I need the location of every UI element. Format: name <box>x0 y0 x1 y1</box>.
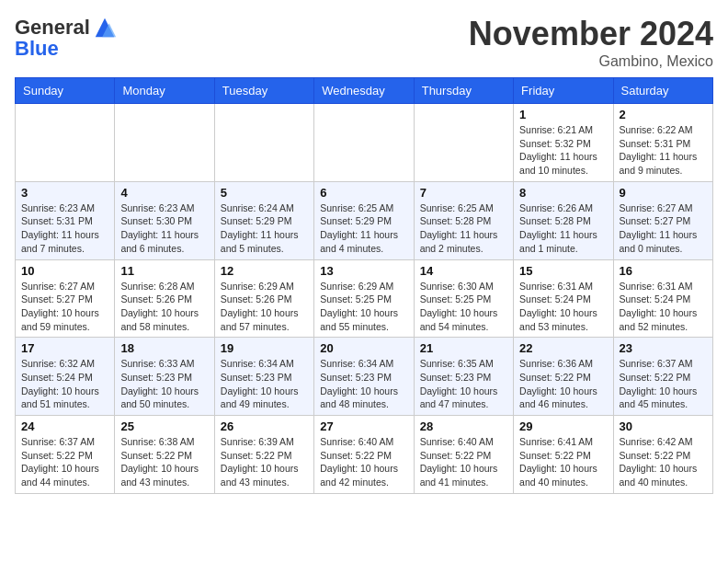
calendar-cell: 17Sunrise: 6:32 AM Sunset: 5:24 PM Dayli… <box>16 338 115 416</box>
calendar-cell: 9Sunrise: 6:27 AM Sunset: 5:27 PM Daylig… <box>613 181 712 259</box>
calendar: SundayMondayTuesdayWednesdayThursdayFrid… <box>15 77 713 494</box>
calendar-cell: 1Sunrise: 6:21 AM Sunset: 5:32 PM Daylig… <box>514 104 613 182</box>
weekday-header: Saturday <box>613 78 712 104</box>
day-number: 24 <box>21 419 108 433</box>
weekday-header: Thursday <box>414 78 513 104</box>
calendar-cell <box>16 104 115 182</box>
logo-icon <box>92 15 118 40</box>
day-info: Sunrise: 6:28 AM Sunset: 5:26 PM Dayligh… <box>120 280 208 334</box>
calendar-cell: 15Sunrise: 6:31 AM Sunset: 5:24 PM Dayli… <box>514 259 613 338</box>
day-info: Sunrise: 6:41 AM Sunset: 5:22 PM Dayligh… <box>519 435 607 489</box>
day-info: Sunrise: 6:36 AM Sunset: 5:22 PM Dayligh… <box>519 357 607 411</box>
calendar-cell: 21Sunrise: 6:35 AM Sunset: 5:23 PM Dayli… <box>414 338 513 416</box>
day-info: Sunrise: 6:27 AM Sunset: 5:27 PM Dayligh… <box>21 280 108 334</box>
day-info: Sunrise: 6:31 AM Sunset: 5:24 PM Dayligh… <box>519 280 607 334</box>
day-number: 16 <box>620 264 707 278</box>
day-number: 15 <box>519 264 607 278</box>
calendar-cell: 22Sunrise: 6:36 AM Sunset: 5:22 PM Dayli… <box>514 338 613 416</box>
day-info: Sunrise: 6:22 AM Sunset: 5:31 PM Dayligh… <box>620 123 707 178</box>
calendar-cell <box>314 104 414 182</box>
calendar-cell: 7Sunrise: 6:25 AM Sunset: 5:28 PM Daylig… <box>414 181 513 259</box>
day-number: 3 <box>21 186 108 200</box>
day-info: Sunrise: 6:24 AM Sunset: 5:29 PM Dayligh… <box>221 201 308 256</box>
day-number: 9 <box>620 186 707 200</box>
day-number: 23 <box>620 341 707 355</box>
day-number: 6 <box>320 186 407 200</box>
day-info: Sunrise: 6:29 AM Sunset: 5:25 PM Dayligh… <box>320 280 407 334</box>
calendar-cell: 8Sunrise: 6:26 AM Sunset: 5:28 PM Daylig… <box>514 181 613 259</box>
day-number: 30 <box>620 419 707 433</box>
calendar-cell: 29Sunrise: 6:41 AM Sunset: 5:22 PM Dayli… <box>514 416 613 494</box>
calendar-cell: 4Sunrise: 6:23 AM Sunset: 5:30 PM Daylig… <box>115 181 214 259</box>
day-info: Sunrise: 6:34 AM Sunset: 5:23 PM Dayligh… <box>320 357 407 411</box>
calendar-cell: 23Sunrise: 6:37 AM Sunset: 5:22 PM Dayli… <box>613 338 712 416</box>
day-number: 12 <box>221 264 308 278</box>
day-number: 25 <box>120 419 208 433</box>
month-title: November 2024 <box>469 15 713 53</box>
weekday-header: Tuesday <box>214 78 313 104</box>
day-number: 18 <box>120 341 208 355</box>
calendar-cell: 18Sunrise: 6:33 AM Sunset: 5:23 PM Dayli… <box>115 338 214 416</box>
day-number: 20 <box>320 341 407 355</box>
calendar-cell: 27Sunrise: 6:40 AM Sunset: 5:22 PM Dayli… <box>314 416 414 494</box>
day-number: 21 <box>420 341 507 355</box>
calendar-cell: 28Sunrise: 6:40 AM Sunset: 5:22 PM Dayli… <box>414 416 513 494</box>
day-info: Sunrise: 6:37 AM Sunset: 5:22 PM Dayligh… <box>21 435 108 489</box>
day-info: Sunrise: 6:35 AM Sunset: 5:23 PM Dayligh… <box>420 357 507 411</box>
calendar-cell: 2Sunrise: 6:22 AM Sunset: 5:31 PM Daylig… <box>613 104 712 182</box>
calendar-cell: 10Sunrise: 6:27 AM Sunset: 5:27 PM Dayli… <box>16 259 115 338</box>
calendar-cell: 19Sunrise: 6:34 AM Sunset: 5:23 PM Dayli… <box>214 338 313 416</box>
day-number: 8 <box>519 186 607 200</box>
day-number: 27 <box>320 419 407 433</box>
day-number: 29 <box>519 419 607 433</box>
day-number: 11 <box>120 264 208 278</box>
day-info: Sunrise: 6:25 AM Sunset: 5:28 PM Dayligh… <box>420 201 507 256</box>
day-number: 1 <box>519 108 607 121</box>
calendar-cell <box>115 104 214 182</box>
weekday-header: Monday <box>115 78 214 104</box>
location: Gambino, Mexico <box>469 53 713 70</box>
day-number: 22 <box>519 341 607 355</box>
title-block: November 2024 Gambino, Mexico <box>469 15 713 70</box>
calendar-cell: 20Sunrise: 6:34 AM Sunset: 5:23 PM Dayli… <box>314 338 414 416</box>
calendar-cell: 11Sunrise: 6:28 AM Sunset: 5:26 PM Dayli… <box>115 259 214 338</box>
day-number: 13 <box>320 264 407 278</box>
calendar-cell: 14Sunrise: 6:30 AM Sunset: 5:25 PM Dayli… <box>414 259 513 338</box>
logo: General Blue <box>15 15 118 61</box>
calendar-cell: 12Sunrise: 6:29 AM Sunset: 5:26 PM Dayli… <box>214 259 313 338</box>
day-number: 5 <box>221 186 308 200</box>
day-info: Sunrise: 6:26 AM Sunset: 5:28 PM Dayligh… <box>519 201 607 256</box>
day-info: Sunrise: 6:38 AM Sunset: 5:22 PM Dayligh… <box>120 435 208 489</box>
calendar-cell: 30Sunrise: 6:42 AM Sunset: 5:22 PM Dayli… <box>613 416 712 494</box>
day-number: 2 <box>620 108 707 121</box>
day-number: 17 <box>21 341 108 355</box>
calendar-cell: 16Sunrise: 6:31 AM Sunset: 5:24 PM Dayli… <box>613 259 712 338</box>
calendar-cell: 13Sunrise: 6:29 AM Sunset: 5:25 PM Dayli… <box>314 259 414 338</box>
day-number: 19 <box>221 341 308 355</box>
logo-general: General <box>15 17 90 39</box>
day-info: Sunrise: 6:32 AM Sunset: 5:24 PM Dayligh… <box>21 357 108 411</box>
calendar-cell: 26Sunrise: 6:39 AM Sunset: 5:22 PM Dayli… <box>214 416 313 494</box>
day-info: Sunrise: 6:21 AM Sunset: 5:32 PM Dayligh… <box>519 123 607 178</box>
day-info: Sunrise: 6:40 AM Sunset: 5:22 PM Dayligh… <box>420 435 507 489</box>
page-header: General Blue November 2024 Gambino, Mexi… <box>15 15 713 70</box>
day-info: Sunrise: 6:33 AM Sunset: 5:23 PM Dayligh… <box>120 357 208 411</box>
day-number: 28 <box>420 419 507 433</box>
day-info: Sunrise: 6:23 AM Sunset: 5:31 PM Dayligh… <box>21 201 108 256</box>
calendar-cell: 5Sunrise: 6:24 AM Sunset: 5:29 PM Daylig… <box>214 181 313 259</box>
day-info: Sunrise: 6:42 AM Sunset: 5:22 PM Dayligh… <box>620 435 707 489</box>
day-info: Sunrise: 6:30 AM Sunset: 5:25 PM Dayligh… <box>420 280 507 334</box>
day-info: Sunrise: 6:29 AM Sunset: 5:26 PM Dayligh… <box>221 280 308 334</box>
calendar-cell: 24Sunrise: 6:37 AM Sunset: 5:22 PM Dayli… <box>16 416 115 494</box>
day-number: 10 <box>21 264 108 278</box>
day-info: Sunrise: 6:25 AM Sunset: 5:29 PM Dayligh… <box>320 201 407 256</box>
day-info: Sunrise: 6:39 AM Sunset: 5:22 PM Dayligh… <box>221 435 308 489</box>
calendar-cell: 25Sunrise: 6:38 AM Sunset: 5:22 PM Dayli… <box>115 416 214 494</box>
day-info: Sunrise: 6:27 AM Sunset: 5:27 PM Dayligh… <box>620 201 707 256</box>
calendar-cell: 3Sunrise: 6:23 AM Sunset: 5:31 PM Daylig… <box>16 181 115 259</box>
calendar-cell: 6Sunrise: 6:25 AM Sunset: 5:29 PM Daylig… <box>314 181 414 259</box>
calendar-cell <box>414 104 513 182</box>
day-info: Sunrise: 6:34 AM Sunset: 5:23 PM Dayligh… <box>221 357 308 411</box>
calendar-cell <box>214 104 313 182</box>
weekday-header: Friday <box>514 78 613 104</box>
